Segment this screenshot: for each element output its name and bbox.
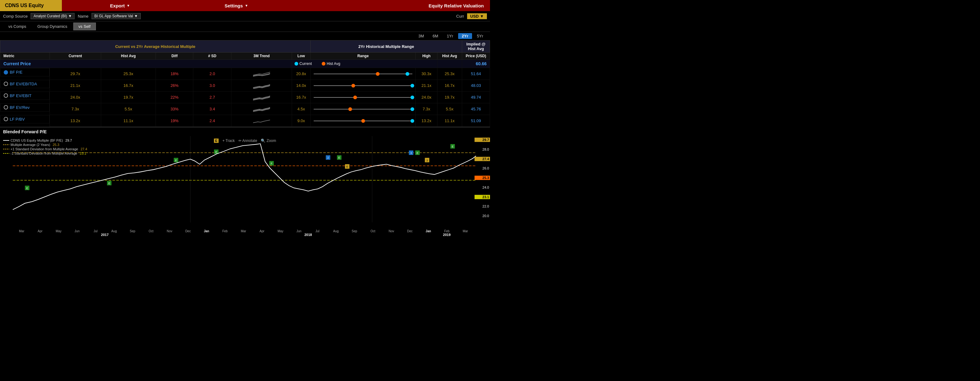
comp-source-row: Comp Source Analyst Curated (BI) ▼ Name … — [0, 11, 490, 21]
curr-dropdown-icon: ▼ — [480, 14, 484, 19]
period-6m[interactable]: 6M — [429, 33, 442, 39]
metric-implied-hist-4: 11.1x — [438, 115, 462, 127]
legend-item-0: CDNS US Equity Multiple (BF P/E) 29.7 — [3, 138, 87, 142]
curr-select[interactable]: USD ▼ — [467, 13, 487, 19]
metric-hist-1: 16.7x — [101, 80, 156, 92]
x-axis-labels: Mar Apr May Jun Jul Aug Sep Oct Nov Dec … — [0, 229, 490, 233]
period-2yr[interactable]: 2Yr — [458, 33, 472, 39]
x-label-may18: May — [271, 229, 290, 233]
x-label-dec18: Dec — [401, 229, 419, 233]
svg-text:E: E — [347, 165, 348, 168]
metric-low-2: 16.7x — [292, 92, 310, 103]
row-selector-2[interactable] — [4, 94, 8, 98]
comp-source-select[interactable]: Analyst Curated (BI) ▼ — [30, 13, 75, 19]
settings-button[interactable]: Settings ▼ — [178, 0, 294, 11]
page-title: Equity Relative Valuation — [294, 0, 490, 11]
tab-bar: vs Comps Group Dynamics vs Self — [0, 21, 490, 32]
col-hist-avg: Hist Avg — [101, 52, 156, 60]
row-selector-4[interactable] — [4, 117, 8, 121]
legend-value-0: 29.7 — [65, 138, 72, 142]
col-implied-hist: Hist Avg — [438, 52, 462, 60]
x-label-jun18: Jun — [290, 229, 308, 233]
metric-implied-price-4: 51.09 — [462, 115, 490, 127]
metric-name-0: BF P/E — [10, 70, 22, 75]
legend-line-0 — [3, 140, 9, 141]
legend-current-label: Current — [299, 62, 312, 66]
x-label-aug18: Aug — [327, 229, 345, 233]
metric-low-0: 20.8x — [292, 68, 310, 80]
x-label-mar17: Mar — [13, 229, 31, 233]
annotate-button[interactable]: ✏ Annotate — [239, 138, 258, 143]
tab-group-dynamics[interactable]: Group Dynamics — [32, 22, 73, 30]
period-1yr[interactable]: 1Yr — [443, 33, 457, 39]
x-label-jan19: Jan — [419, 229, 438, 233]
col-current: Current — [50, 52, 101, 60]
legend-line-dashed-3 — [3, 152, 9, 155]
tab-vs-comps[interactable]: vs Comps — [3, 22, 32, 30]
tab-vs-self[interactable]: vs Self — [73, 22, 96, 30]
row-selector-3[interactable] — [4, 105, 8, 110]
table-row: BF EV/Rev 7.3x 5.5x 33% 3.4 4.5x — [0, 103, 490, 115]
track-button[interactable]: E — [214, 138, 219, 143]
metric-low-1: 14.0x — [292, 80, 310, 92]
trend-sparkline-1 — [253, 81, 270, 89]
name-select[interactable]: BI GL App Software Val ▼ — [92, 13, 141, 19]
metric-low-4: 9.0x — [292, 115, 310, 127]
y-label-25.3: 25.3 — [474, 176, 490, 180]
table-row: BF P/E 29.7x 25.3x 18% 2.0 20.8x — [0, 68, 490, 80]
x-label-nov18: Nov — [382, 229, 401, 233]
metric-name-3: BF EV/Rev — [10, 105, 30, 110]
legend-line-dashed-1 — [3, 143, 9, 146]
metric-name-2: BF EV/EBIT — [10, 94, 32, 98]
col-sd: # SD — [193, 52, 231, 60]
period-3m[interactable]: 3M — [415, 33, 428, 39]
valuation-table: Current vs 2Yr Average Historical Multip… — [0, 40, 490, 127]
period-5yr[interactable]: 5Yr — [473, 33, 487, 39]
settings-dropdown-arrow: ▼ — [245, 4, 248, 8]
row-selector-1[interactable] — [4, 82, 8, 86]
chart-container: CDNS US Equity Multiple (BF P/E) 29.7 Mu… — [0, 136, 490, 229]
x-label-mar18: Mar — [234, 229, 253, 233]
legend-text-2: +1 Standard Deviation from Multiple Aver… — [11, 147, 78, 151]
zoom-button[interactable]: 🔍 Zoom — [261, 138, 276, 143]
table-left-header: Current vs 2Yr Average Historical Multip… — [115, 44, 195, 49]
metric-implied-price-1: 48.03 — [462, 80, 490, 92]
x-label-apr18: Apr — [253, 229, 271, 233]
export-dropdown-arrow: ▼ — [127, 4, 130, 8]
export-button[interactable]: Export ▼ — [62, 0, 178, 11]
range-legend: Current Hist Avg — [292, 61, 437, 67]
chart-toolbar: E + Track ✏ Annotate 🔍 Zoom — [214, 138, 276, 143]
x-year-labels: 2017 2018 2019 — [0, 233, 490, 238]
trend-sparkline-2 — [253, 93, 270, 100]
metric-sd-2: 2.7 — [193, 92, 231, 103]
metric-implied-hist-3: 5.5x — [438, 103, 462, 115]
metric-hist-3: 5.5x — [101, 103, 156, 115]
x-label-sep18: Sep — [345, 229, 364, 233]
row-selector-0[interactable] — [4, 70, 8, 75]
y-label-22.0: 22.0 — [474, 204, 490, 208]
x-label-aug17: Aug — [105, 229, 123, 233]
legend-item-1: Multiple Average (2 Years) 25.3 — [3, 143, 87, 147]
legend-item-3: -1 Standard Deviation from Multiple Aver… — [3, 152, 87, 155]
y-label-24.0: 24.0 — [474, 185, 490, 190]
legend-value-2: 27.4 — [80, 147, 87, 151]
legend-current-dot — [294, 62, 298, 65]
comp-source-dropdown-icon: ▼ — [68, 14, 72, 18]
y-label-20.0: 20.0 — [474, 214, 490, 218]
svg-text:E: E — [339, 157, 340, 159]
x-label-jul18: Jul — [308, 229, 327, 233]
x-label-may17: May — [49, 229, 68, 233]
metric-range-4 — [310, 115, 416, 127]
metric-high-0: 30.3x — [416, 68, 438, 80]
metric-range-3 — [310, 103, 416, 115]
legend-value-1: 25.3 — [52, 143, 59, 147]
metric-current-2: 24.0x — [50, 92, 101, 103]
legend-line-dashed-2 — [3, 148, 9, 150]
metric-current-0: 29.7x — [50, 68, 101, 80]
ticker-label: CDNS US Equity — [0, 0, 62, 11]
metric-name-1: BF EV/EBITDA — [10, 82, 37, 86]
trend-sparkline-4 — [253, 117, 270, 124]
metric-diff-1: 26% — [156, 80, 193, 92]
curr-label: Curr — [456, 14, 464, 19]
x-label-mar19: Mar — [456, 229, 474, 233]
